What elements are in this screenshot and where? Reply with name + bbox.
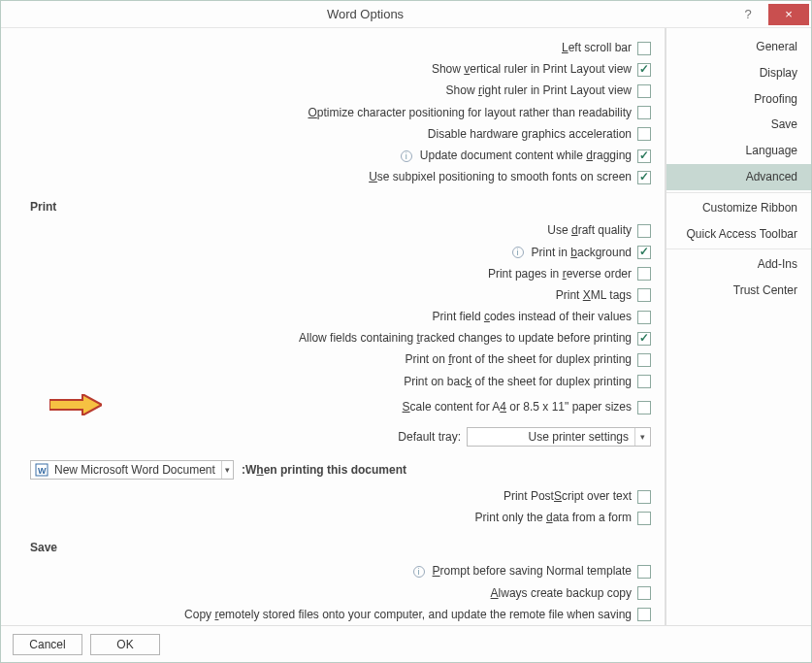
display-checkbox[interactable] <box>637 63 651 77</box>
display-label[interactable]: Use subpixel positioning to smooth fonts… <box>369 168 632 186</box>
print-option: iPrint in background <box>30 244 651 262</box>
print-label[interactable]: Print field codes instead of their value… <box>433 308 632 326</box>
svg-marker-0 <box>49 394 102 415</box>
display-checkbox[interactable] <box>637 149 651 163</box>
display-option: Disable hardware graphics acceleration <box>30 125 651 144</box>
when-printing-label: When printing this document: <box>242 463 406 477</box>
sidebar-item-trust-center[interactable]: Trust Center <box>666 278 811 304</box>
print-label[interactable]: Use draft quality <box>547 221 632 240</box>
print-checkbox[interactable] <box>637 311 651 324</box>
sidebar-item-save[interactable]: Save <box>666 112 811 138</box>
sidebar-item-add-ins[interactable]: Add-Ins <box>666 249 811 278</box>
close-button[interactable]: × <box>768 4 809 25</box>
print-label[interactable]: Print in background <box>532 244 632 262</box>
print-option: Print on back of the sheet for duplex pr… <box>30 373 651 391</box>
print-option: Scale content for A4 or 8.5 x 11" paper … <box>30 394 651 421</box>
info-icon[interactable]: i <box>413 566 425 578</box>
sidebar-item-advanced[interactable]: Advanced <box>666 164 811 190</box>
save-checkbox[interactable] <box>637 565 651 579</box>
display-option: Show right ruler in Print Layout view <box>30 82 651 100</box>
section-save: Save <box>30 541 651 554</box>
display-checkbox[interactable] <box>637 84 651 98</box>
save-label[interactable]: Prompt before saving Normal template <box>433 562 632 580</box>
default-tray-row: Default tray: Use printer settings ▾ <box>30 427 651 447</box>
window-buttons: × ? <box>728 4 809 25</box>
display-option: Show vertical ruler in Print Layout view <box>30 60 651 79</box>
print-label[interactable]: Print XML tags <box>556 286 632 305</box>
display-label[interactable]: Disable hardware graphics acceleration <box>428 125 632 144</box>
when-printing-checkbox[interactable] <box>637 512 651 525</box>
word-doc-icon: W <box>35 463 49 477</box>
sidebar-item-quick-access-toolbar[interactable]: Quick Access Toolbar <box>666 221 811 248</box>
sidebar-item-proofing[interactable]: Proofing <box>666 86 811 113</box>
sidebar: GeneralDisplayProofingSaveLanguageAdvanc… <box>666 28 811 625</box>
save-checkbox[interactable] <box>637 608 651 621</box>
default-tray-value: Use printer settings <box>468 430 634 444</box>
display-label[interactable]: Left scroll bar <box>562 39 632 57</box>
when-printing-doc-value: New Microsoft Word Document <box>49 463 221 477</box>
display-label[interactable]: Show vertical ruler in Print Layout view <box>432 60 632 79</box>
content-scroll[interactable]: Left scroll barShow vertical ruler in Pr… <box>1 28 665 625</box>
save-checkbox[interactable] <box>637 586 651 600</box>
when-printing-label[interactable]: Print only the data from a form <box>475 509 632 527</box>
callout-arrow-icon <box>49 394 102 421</box>
dialog-footer: OK Cancel <box>1 625 811 662</box>
print-checkbox[interactable] <box>637 332 651 346</box>
print-label[interactable]: Print pages in reverse order <box>488 265 632 283</box>
save-label[interactable]: Copy remotely stored files onto your com… <box>184 606 632 624</box>
save-option: iPrompt before saving Normal template <box>30 562 651 580</box>
display-label[interactable]: Optimize character positioning for layou… <box>308 104 632 122</box>
when-printing-label[interactable]: Print PostScript over text <box>503 487 632 506</box>
print-checkbox[interactable] <box>637 288 651 302</box>
print-checkbox[interactable] <box>637 267 651 281</box>
print-option: Print pages in reverse order <box>30 265 651 283</box>
word-options-dialog: × ? Word Options GeneralDisplayProofingS… <box>0 0 812 663</box>
print-checkbox[interactable] <box>637 353 651 367</box>
display-label[interactable]: Update document content while dragging <box>420 147 632 165</box>
default-tray-combo[interactable]: Use printer settings ▾ <box>467 427 651 447</box>
titlebar: × ? Word Options <box>1 1 811 28</box>
help-button[interactable]: ? <box>728 4 768 25</box>
print-checkbox[interactable] <box>637 375 651 388</box>
default-tray-label: Default tray: <box>398 430 461 444</box>
print-label[interactable]: Allow fields containing tracked changes … <box>299 329 632 348</box>
display-checkbox[interactable] <box>637 127 651 141</box>
print-checkbox[interactable] <box>637 246 651 259</box>
print-option: Print on front of the sheet for duplex p… <box>30 350 651 369</box>
display-checkbox[interactable] <box>637 42 651 55</box>
display-option: iUpdate document content while dragging <box>30 147 651 165</box>
when-printing-checkbox[interactable] <box>637 490 651 504</box>
display-option: Optimize character positioning for layou… <box>30 104 651 122</box>
display-option: Left scroll bar <box>30 39 651 57</box>
print-option: Use draft quality <box>30 221 651 240</box>
print-label[interactable]: Print on back of the sheet for duplex pr… <box>404 373 632 391</box>
info-icon[interactable]: i <box>512 247 524 258</box>
print-label[interactable]: Print on front of the sheet for duplex p… <box>406 350 633 369</box>
when-printing-doc-combo[interactable]: W New Microsoft Word Document ▾ <box>30 460 234 480</box>
ok-button[interactable]: OK <box>90 634 160 655</box>
display-checkbox[interactable] <box>637 171 651 184</box>
display-label[interactable]: Show right ruler in Print Layout view <box>446 82 632 100</box>
sidebar-item-display[interactable]: Display <box>666 60 811 86</box>
sidebar-item-language[interactable]: Language <box>666 138 811 164</box>
content-wrap: Left scroll barShow vertical ruler in Pr… <box>1 28 666 625</box>
save-option: Copy remotely stored files onto your com… <box>30 606 651 624</box>
print-checkbox[interactable] <box>637 224 651 238</box>
when-printing-option: Print PostScript over text <box>30 487 651 506</box>
print-checkbox[interactable] <box>637 401 651 414</box>
section-when-printing: When printing this document: W New Micro… <box>30 460 651 480</box>
info-icon[interactable]: i <box>401 150 412 162</box>
sidebar-item-customize-ribbon[interactable]: Customize Ribbon <box>666 192 811 221</box>
save-option: Always create backup copy <box>30 584 651 603</box>
window-title: Word Options <box>3 7 728 21</box>
sidebar-item-general[interactable]: General <box>666 34 811 60</box>
print-option: Print field codes instead of their value… <box>30 308 651 326</box>
cancel-button[interactable]: Cancel <box>13 634 82 655</box>
display-option: Use subpixel positioning to smooth fonts… <box>30 168 651 186</box>
chevron-down-icon: ▾ <box>221 461 233 479</box>
section-print: Print <box>30 200 651 214</box>
save-label[interactable]: Always create backup copy <box>491 584 632 603</box>
svg-text:W: W <box>38 466 47 476</box>
print-label[interactable]: Scale content for A4 or 8.5 x 11" paper … <box>403 398 632 416</box>
display-checkbox[interactable] <box>637 106 651 119</box>
